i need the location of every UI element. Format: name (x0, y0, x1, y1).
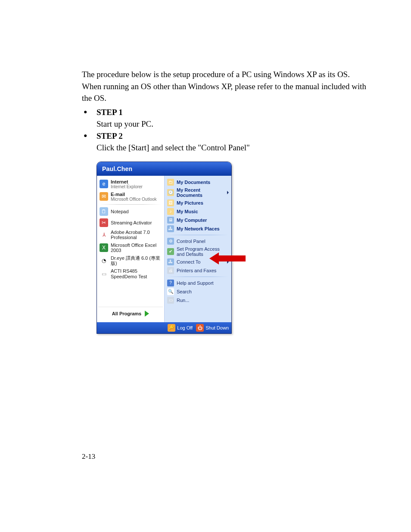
item-subtitle: Microsoft Office Outlook (111, 197, 157, 202)
logoff-button[interactable]: 🔑 Log Off (168, 324, 193, 332)
notepad-icon: 🗒 (100, 207, 108, 216)
start-menu-screenshot: Paul.Chen eInternetInternet Explorer✉E-m… (97, 162, 260, 334)
logoff-icon: 🔑 (168, 324, 175, 332)
printers-icon: 🖨 (167, 267, 174, 274)
shutdown-icon: ⏻ (196, 324, 204, 332)
pinned-item[interactable]: eInternetInternet Explorer (98, 178, 163, 190)
separator (100, 204, 161, 205)
step-1-head: STEP 1 (97, 108, 368, 117)
connect-icon: 🖧 (167, 258, 174, 265)
separator (168, 277, 228, 277)
pinned-item[interactable]: ✉E-mailMicrosoft Office Outlook (98, 190, 163, 203)
menu-item-help-and-support[interactable]: ?Help and Support (166, 279, 230, 287)
start-menu-user: Paul.Chen (97, 162, 231, 176)
recent-item[interactable]: ⅄Adobe Acrobat 7.0 Professional (98, 228, 163, 241)
outlook-icon: ✉ (100, 192, 108, 201)
chevron-right-icon (227, 191, 229, 194)
item-title: My Network Places (177, 226, 220, 231)
item-title: My Documents (177, 180, 210, 185)
acrobat-icon: ⅄ (100, 230, 108, 239)
item-title: Connect To (177, 259, 200, 264)
item-title: My Music (177, 209, 198, 214)
item-title: Microsoft Office Excel 2003 (111, 243, 162, 253)
menu-item-my-music[interactable]: ♪My Music (166, 207, 230, 216)
mymusic-icon: ♪ (167, 208, 174, 215)
item-title: My Computer (177, 218, 207, 223)
mycomp-icon: 🖥 (167, 217, 174, 224)
step-1-body: Start up your PC. (97, 118, 368, 130)
step-1: STEP 1 Start up your PC. (82, 108, 368, 130)
logoff-label: Log Off (177, 325, 193, 330)
menu-item-control-panel[interactable]: ⚙Control Panel (166, 237, 230, 246)
steps-list: STEP 1 Start up your PC. STEP 2 Click th… (82, 108, 368, 154)
menu-item-my-documents[interactable]: 🗀My Documents (166, 178, 230, 187)
excel-icon: X (100, 243, 108, 252)
step-2-body: Click the [Start] and select the "Contro… (97, 142, 368, 154)
item-title: ACTI RS485 SpeedDemo Test (111, 268, 162, 279)
menu-item-my-network-places[interactable]: 🖧My Network Places (166, 224, 230, 233)
shutdown-button[interactable]: ⏻ Shut Down (196, 324, 229, 332)
menu-item-run[interactable]: ▭Run... (166, 296, 230, 305)
acti-icon: ▭ (100, 270, 108, 278)
item-title: Run... (177, 298, 189, 303)
item-title: Dr.eye 譯典通 6.0 (專業版) (111, 255, 162, 266)
menu-item-search[interactable]: 🔍Search (166, 287, 230, 296)
item-title: E-mail (111, 192, 157, 197)
start-menu-footer: 🔑 Log Off ⏻ Shut Down (97, 322, 231, 333)
help-icon: ? (167, 280, 174, 286)
item-title: Search (177, 289, 192, 294)
start-menu-left-pane: eInternetInternet Explorer✉E-mailMicroso… (97, 176, 165, 322)
mynet-icon: 🖧 (167, 225, 174, 232)
intro-paragraph: The procedure below is the setup procedu… (82, 68, 368, 104)
run-icon: ▭ (167, 297, 174, 304)
mydocs-icon: 🗀 (167, 179, 174, 186)
start-menu-right-pane: 🗀My Documents🕘My Recent Documents🖼My Pic… (165, 176, 231, 322)
item-title: Control Panel (177, 239, 206, 244)
menu-item-my-recent-documents[interactable]: 🕘My Recent Documents (166, 187, 230, 199)
mypics-icon: 🖼 (167, 199, 174, 206)
item-title: Printers and Faxes (177, 268, 216, 273)
item-subtitle: Internet Explorer (111, 184, 143, 189)
item-title: Streaming Activator (111, 220, 152, 225)
recent-item[interactable]: ✂Streaming Activator (98, 217, 163, 228)
item-title: My Recent Documents (177, 187, 224, 198)
page-number: 2-13 (82, 452, 95, 461)
menu-item-printers-and-faxes[interactable]: 🖨Printers and Faxes (166, 266, 230, 275)
all-programs-label: All Programs (112, 311, 141, 316)
menu-item-my-computer[interactable]: 🖥My Computer (166, 216, 230, 224)
all-programs[interactable]: All Programs (98, 307, 163, 320)
step-2: STEP 2 Click the [Start] and select the … (82, 131, 368, 154)
callout-arrow (209, 252, 246, 264)
item-title: Internet (111, 179, 143, 184)
activator-icon: ✂ (100, 218, 108, 227)
spad-icon: ✔ (167, 248, 174, 255)
menu-item-my-pictures[interactable]: 🖼My Pictures (166, 199, 230, 207)
search-icon: 🔍 (167, 288, 174, 295)
item-title: Help and Support (177, 280, 214, 286)
arrow-icon (145, 311, 149, 317)
shutdown-label: Shut Down (206, 325, 229, 330)
recent-item[interactable]: XMicrosoft Office Excel 2003 (98, 241, 163, 254)
control-panel-icon: ⚙ (167, 238, 174, 245)
item-title: My Pictures (177, 200, 203, 205)
recent-item[interactable]: ▭ACTI RS485 SpeedDemo Test (98, 267, 163, 280)
recent-icon: 🕘 (167, 189, 174, 196)
recent-item[interactable]: 🗒Notepad (98, 206, 163, 217)
item-title: Notepad (111, 209, 129, 214)
step-2-head: STEP 2 (97, 131, 368, 141)
ie-icon: e (100, 180, 108, 188)
dreye-icon: ◔ (100, 256, 108, 265)
separator (168, 235, 228, 235)
recent-item[interactable]: ◔Dr.eye 譯典通 6.0 (專業版) (98, 254, 163, 267)
item-title: Adobe Acrobat 7.0 Professional (111, 230, 162, 240)
start-menu: Paul.Chen eInternetInternet Explorer✉E-m… (97, 162, 232, 334)
